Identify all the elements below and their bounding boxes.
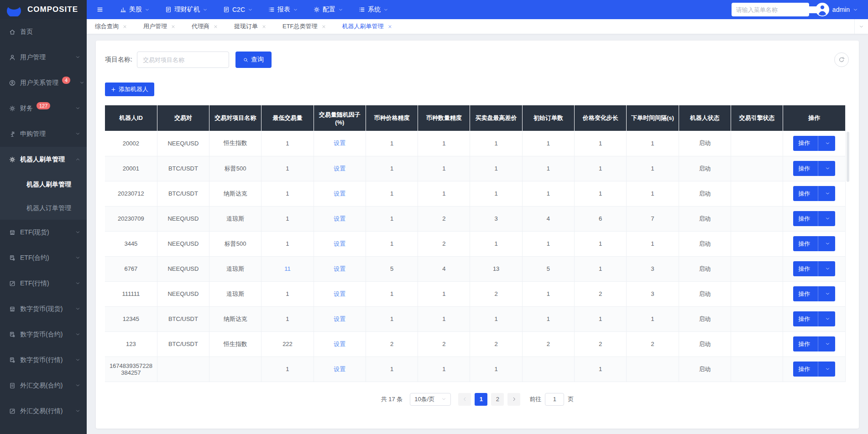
sidebar-item-11[interactable]: 数字货币(行情) [0, 347, 87, 373]
cell-min-volume: 1 [261, 181, 314, 206]
close-icon[interactable] [262, 25, 266, 29]
settings-link[interactable]: 设置 [334, 341, 345, 347]
cell-action: 操作 [783, 331, 845, 356]
table-row: 20230709NEEQ/USD道琼斯1设置123467启动操作 [105, 206, 845, 231]
cell-qty-precision: 1 [418, 181, 470, 206]
settings-link[interactable]: 设置 [334, 140, 345, 146]
nav-menu-2[interactable]: C2C [223, 6, 253, 13]
chevron-down-icon [825, 341, 830, 346]
sidebar-item-10[interactable]: 数字货币(合约) [0, 322, 87, 347]
nav-menu-4[interactable]: 配置 [314, 5, 343, 14]
close-icon[interactable] [123, 25, 127, 29]
sidebar-item-9[interactable]: 数字货币(现货) [0, 296, 87, 322]
tab-5[interactable]: 机器人刷单管理 [342, 22, 392, 31]
action-dropdown-button[interactable]: 操作 [793, 236, 835, 251]
sidebar-item-13[interactable]: 外汇交易(行情) [0, 398, 87, 424]
page-button-1[interactable]: 1 [475, 393, 487, 406]
sidebar-item-0[interactable]: 首页 [0, 19, 87, 45]
cell-init-orders: 4 [522, 206, 574, 231]
nav-menu-0[interactable]: 美股 [120, 5, 150, 14]
query-button[interactable]: 查询 [235, 52, 272, 68]
menu-search-input[interactable] [736, 6, 816, 13]
sidebar-item-3[interactable]: 财务127 [0, 96, 87, 121]
tab-4[interactable]: ETF总类管理 [282, 22, 326, 31]
cell-action: 操作 [783, 256, 845, 281]
tab-overflow-button[interactable] [854, 19, 868, 34]
settings-link[interactable]: 设置 [334, 240, 345, 247]
user-menu[interactable]: admin [816, 3, 858, 16]
close-icon[interactable] [214, 25, 218, 29]
sidebar-item-6[interactable]: ETF(现货) [0, 220, 87, 245]
settings-link[interactable]: 设置 [334, 265, 345, 272]
cell-pair: NEEQ/USD [157, 206, 209, 231]
tab-3[interactable]: 提现订单 [234, 22, 266, 31]
sidebar-item-1[interactable]: 用户管理 [0, 45, 87, 70]
hamburger-icon [97, 6, 103, 13]
topbar-right: admin [732, 0, 868, 19]
next-page-button[interactable] [507, 393, 520, 406]
page-button-2[interactable]: 2 [491, 393, 504, 406]
nav-menu-3[interactable]: 报表 [268, 5, 298, 14]
settings-link[interactable]: 设置 [334, 366, 345, 372]
table-scrollbar[interactable] [845, 105, 850, 382]
add-robot-button[interactable]: 添加机器人 [105, 83, 154, 96]
page-size-select[interactable]: 10条/页 [410, 393, 451, 406]
sidebar-item-7[interactable]: ETF(合约) [0, 245, 87, 271]
sidebar-item-12[interactable]: 外汇交易(合约) [0, 373, 87, 398]
action-dropdown-button[interactable]: 操作 [793, 362, 835, 377]
close-icon[interactable] [171, 25, 175, 29]
settings-link[interactable]: 设置 [334, 290, 345, 297]
chevron-down-icon [75, 55, 80, 60]
close-icon[interactable] [388, 25, 392, 29]
tab-1[interactable]: 用户管理 [143, 22, 175, 31]
action-dropdown-button[interactable]: 操作 [793, 336, 835, 351]
cell-engine-status [731, 256, 783, 281]
column-header: 最低交易量 [261, 105, 314, 131]
goto-page-input[interactable] [545, 393, 564, 406]
action-dropdown-button[interactable]: 操作 [793, 211, 835, 226]
cell-interval: 1 [627, 181, 679, 206]
cell-random-factor: 设置 [314, 281, 366, 306]
topbar: COMPOSITE 美股理财矿机C2C报表配置系统 admin [0, 0, 868, 19]
settings-link[interactable]: 设置 [334, 315, 345, 322]
cell-project-name: 恒生指数 [209, 331, 261, 356]
action-dropdown-button[interactable]: 操作 [793, 186, 835, 201]
chevron-down-icon [75, 131, 80, 136]
cell-action: 操作 [783, 356, 845, 382]
sidebar-subitem-0[interactable]: 机器人刷单管理 [0, 172, 87, 196]
table-row: 20230712BTC/USDT纳斯达克1设置111111启动操作 [105, 181, 845, 206]
tab-label: 综合查询 [95, 22, 119, 31]
tab-0[interactable]: 综合查询 [95, 22, 127, 31]
sidebar-item-5[interactable]: 机器人刷单管理 [0, 147, 87, 172]
settings-link[interactable]: 设置 [334, 215, 345, 222]
sidebar-item-4[interactable]: 申购管理 [0, 121, 87, 147]
action-dropdown-button[interactable]: 操作 [793, 311, 835, 326]
cell-interval [627, 356, 679, 382]
prev-page-button[interactable] [458, 393, 471, 406]
refresh-button[interactable] [834, 52, 849, 67]
table-row: 6767NEEQ/USD道琼斯11设置5413513启动操作 [105, 256, 845, 281]
table-row: 3445NEEQ/USD标普5001设置121111启动操作 [105, 231, 845, 256]
sidebar-item-8[interactable]: ETF(行情) [0, 271, 87, 296]
cell-action: 操作 [783, 181, 845, 206]
tab-2[interactable]: 代理商 [192, 22, 218, 31]
cell-interval: 3 [627, 281, 679, 306]
cell-qty-precision: 1 [418, 131, 470, 156]
settings-link[interactable]: 设置 [334, 165, 345, 172]
action-dropdown-button[interactable]: 操作 [793, 286, 835, 301]
close-icon[interactable] [322, 25, 326, 29]
brand-logo-icon [6, 3, 22, 16]
chevron-down-icon [825, 266, 830, 271]
nav-menu-5[interactable]: 系统 [359, 5, 388, 14]
action-dropdown-button[interactable]: 操作 [793, 261, 835, 276]
menu-search-box[interactable] [732, 3, 809, 16]
action-dropdown-button[interactable]: 操作 [793, 161, 835, 176]
sidebar-subitem-1[interactable]: 机器人订单管理 [0, 196, 87, 220]
project-name-input[interactable] [137, 52, 229, 68]
action-dropdown-button[interactable]: 操作 [793, 136, 835, 151]
hamburger-toggle[interactable] [97, 6, 103, 13]
sidebar-item-2[interactable]: 用户关系管理4 [0, 70, 87, 96]
settings-link[interactable]: 设置 [334, 190, 345, 197]
chevron-down-icon [75, 332, 80, 337]
nav-menu-1[interactable]: 理财矿机 [165, 5, 208, 14]
